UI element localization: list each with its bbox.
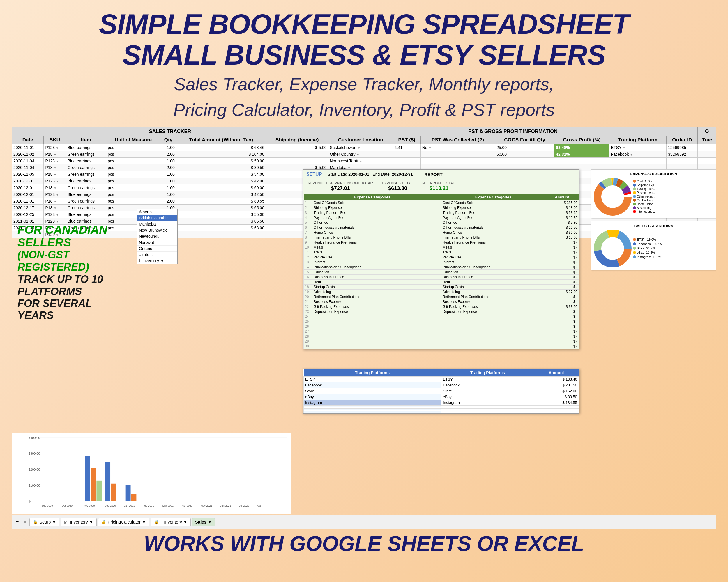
expense-input-row-15: 16Business Insurance <box>304 275 441 280</box>
canadian-line1: FOR CANADIAN SELLERS <box>18 223 120 249</box>
expense-amount-row-14: Education$ - <box>441 270 579 275</box>
svg-text:$100.00: $100.00 <box>29 483 40 487</box>
svg-text:Jan-2021: Jan-2021 <box>124 504 135 507</box>
col-order-id: Order ID <box>666 136 697 144</box>
tab-pricing[interactable]: 🔒 PricingCalculator ▼ <box>98 518 149 526</box>
svg-rect-28 <box>96 481 102 501</box>
svg-rect-29 <box>105 462 110 501</box>
expense-amount-row-15: Business Insurance$ - <box>441 275 579 280</box>
col-total: Total Amount (Without Tax) <box>176 136 266 144</box>
province-manitoba[interactable]: Manitoba <box>137 221 177 227</box>
expense-input-row-6: 7Home Office <box>304 230 441 235</box>
dropdown-pricing[interactable]: ▼ <box>142 520 146 524</box>
trading-input-row-2: Store <box>304 388 441 394</box>
expense-amount-row-19: Retirement Plan Contributions$ - <box>441 295 579 300</box>
province-bc[interactable]: British Columbia <box>137 215 177 221</box>
dropdown-m-inv[interactable]: ▼ <box>89 520 94 524</box>
expense-input-row-29: 30 <box>304 344 441 349</box>
trading-amount-row-4: Instagram$ 134.55 <box>441 400 579 406</box>
report-label: REPORT <box>424 172 443 177</box>
expense-input-row-28: 29 <box>304 339 441 344</box>
dropdown-setup[interactable]: ▼ <box>52 520 56 524</box>
sales-chart-content: ETSY 19.0% Facebook 28.7% Store 21.7% eB… <box>594 230 714 268</box>
title-section: SIMPLE BOOKKEEPING SPREADSHEET SMALL BUS… <box>11 9 717 121</box>
trading-input-row-0: ETSY <box>304 377 441 382</box>
expense-amount-row-16: Rent$ - <box>441 280 579 285</box>
sales-donut <box>594 230 632 268</box>
tab-sales[interactable]: Sales ▼ <box>192 518 215 526</box>
trading-input-table: Trading Platforms ETSYFacebookStoreeBayI… <box>304 369 441 413</box>
province-nb[interactable]: New Brunswick <box>137 227 177 233</box>
expense-input-row-20: 21Business Expense <box>304 300 441 304</box>
trading-input-row-4: Instagram <box>304 400 441 406</box>
tab-m-inventory[interactable]: M_Inventory ▼ <box>60 518 96 526</box>
trading-amount-row-2: Store$ 152.00 <box>441 388 579 394</box>
sales-row-2: 2020-11-04P123 ▼Blue earringspcs1.00$ 50… <box>12 158 717 164</box>
sheet-list-button[interactable]: ≡ <box>22 519 29 525</box>
trading-tables: Trading Platforms ETSYFacebookStoreeBayI… <box>304 369 579 413</box>
expense-input-table: Expense Categories 1Cost Of Goods Sold2S… <box>304 194 441 349</box>
bar-chart-area: $400.00 $300.00 $200.00 $100.00 $- Sep-2… <box>11 433 291 514</box>
trading-input-row-1: Facebook <box>304 382 441 388</box>
expense-input-row-4: 5Other fee <box>304 220 441 225</box>
trading-amount-row-0: ETSY$ 133.46 <box>441 377 579 382</box>
col-pst: PST ($) <box>393 136 420 144</box>
sales-tracker-header: SALES TRACKER <box>12 128 329 136</box>
sales-chart-box: SALES BREAKDOWN ETSY 19.0% Facebook 28.7… <box>591 221 717 270</box>
tab-setup[interactable]: 🔒 Setup ▼ <box>29 518 59 526</box>
province-alberta[interactable]: Alberta <box>137 209 177 215</box>
expense-input-row-27: 28 <box>304 334 441 339</box>
trading-amount-table: Trading Platforms Amount ETSY$ 133.46Fac… <box>441 369 579 413</box>
canadian-line4: FOR SEVERAL YEARS <box>18 297 120 322</box>
svg-text:Sep-2020: Sep-2020 <box>42 504 53 507</box>
province-dropdown[interactable]: Alberta British Columbia Manitoba New Br… <box>137 209 178 264</box>
expense-input-row-8: 9Health Insurance Premiums <box>304 240 441 245</box>
expense-input-row-23: 24 <box>304 314 441 319</box>
dropdown-i-inv[interactable]: ▼ <box>183 520 187 524</box>
expenses-donut <box>594 178 632 216</box>
sales-row-0: 2020-11-01P123 ▼Blue earringspcs1.00$ 68… <box>12 144 717 151</box>
expenses-legend: Cost Of Goo... Shipping Exp... Trading P… <box>633 180 656 214</box>
expense-amount-row-21: Gift Packing Expenses$ 33.50 <box>441 304 579 309</box>
svg-text:$400.00: $400.00 <box>29 436 40 439</box>
trading-amount-row-3: eBay$ 80.50 <box>441 394 579 400</box>
dropdown-sales[interactable]: ▼ <box>208 520 212 524</box>
province-territ[interactable]: ...rrito... <box>137 252 177 258</box>
province-nf[interactable]: Newfoundl... <box>137 233 177 240</box>
col-cogs: COGS For All Qty <box>495 136 554 144</box>
expense-input-row-18: 19Advertising <box>304 289 441 295</box>
province-inv[interactable]: I_Inventory ▼ <box>137 258 177 264</box>
net-profit-total: NET PROFIT TOTAL: $113.21 <box>422 181 456 192</box>
expenses-total: EXPENSES TOTAL: $613.80 <box>382 181 414 192</box>
col-item: Item <box>66 136 106 144</box>
expenses-chart-content: Cost Of Goo... Shipping Exp... Trading P… <box>594 178 714 216</box>
expense-amount-row-10: Travel$ - <box>441 250 579 255</box>
expense-amount-row-1: Shipping Expense$ 18.00 <box>441 205 579 211</box>
province-nu[interactable]: Nunavut <box>137 240 177 246</box>
province-on[interactable]: Ontario <box>137 246 177 252</box>
svg-text:Oct-2020: Oct-2020 <box>62 504 73 507</box>
expense-input-row-3: 4Payment Agent Fee <box>304 215 441 220</box>
expense-input-row-10: 11Travel <box>304 250 441 255</box>
bar-chart-svg: $400.00 $300.00 $200.00 $100.00 $- Sep-2… <box>12 433 291 514</box>
trading-input-row-3: eBay <box>304 394 441 400</box>
svg-rect-32 <box>131 494 136 501</box>
add-sheet-button[interactable]: + <box>14 519 21 525</box>
setup-report-panel: SETUP Start Date: 2020-01-01 End Date: 2… <box>303 169 579 350</box>
expense-input-row-2: 3Trading Platform Fee <box>304 211 441 215</box>
expense-amount-row-11: Vehicle Use$ - <box>441 255 579 260</box>
expense-amount-row-20: Business Expense$ - <box>441 300 579 304</box>
col-tra: Trac <box>698 136 717 144</box>
svg-text:May-2021: May-2021 <box>201 504 212 507</box>
date-range: Start Date: 2020-01-01 End Date: 2020-12… <box>328 172 413 177</box>
expense-input-row-13: 14Publications and Subscriptions <box>304 265 441 270</box>
tab-i-inventory[interactable]: 🔒 I_Inventory ▼ <box>151 518 191 526</box>
charts-panel: EXPENSES BREAKDOWN Cost Of Goo... <box>591 169 717 270</box>
col-platform: Trading Platform <box>609 136 666 144</box>
expense-amount-row-25: $ - <box>441 324 579 329</box>
expenses-chart-title: EXPENSES BREAKDOWN <box>594 172 714 176</box>
expense-amount-row-2: Trading Platform Fee$ 53.65 <box>441 211 579 215</box>
main-title-line1: SIMPLE BOOKKEEPING SPREADSHEET <box>11 9 717 39</box>
expense-input-row-21: 22Gift Packing Expenses <box>304 304 441 309</box>
expense-input-row-5: 6Other necessary materials <box>304 225 441 230</box>
